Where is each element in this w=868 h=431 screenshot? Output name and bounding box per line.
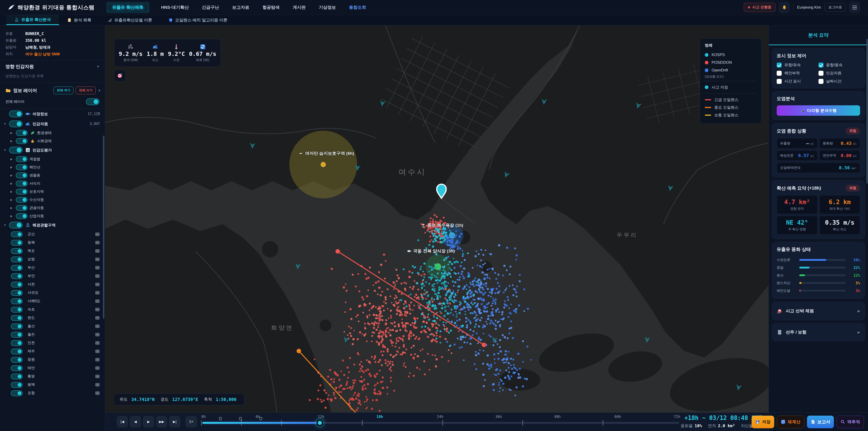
region-toggle-포항[interactable]	[11, 390, 23, 396]
palette-icon[interactable]	[94, 290, 100, 295]
layer-toggle-생물종[interactable]	[16, 173, 28, 178]
skip-start-button[interactable]: |◀	[117, 416, 128, 427]
region-toggle-서해5도[interactable]	[11, 298, 23, 304]
checkbox-checked[interactable]	[818, 63, 824, 68]
polygon-analysis-button[interactable]: 다각형 분석수행	[777, 105, 860, 116]
tab-유출유 확산분석[interactable]: 유출유 확산분석	[6, 15, 59, 25]
palette-icon[interactable]	[94, 282, 100, 287]
region-toggle-제주[interactable]	[11, 348, 23, 355]
display-option-유향/유속[interactable]: 유향/유속	[777, 62, 818, 68]
panel-scrollbar[interactable]	[866, 39, 868, 184]
expander-icon[interactable]: ▶	[10, 166, 16, 169]
nav-item-항공탐색[interactable]: 항공탐색	[261, 2, 281, 13]
layers-all-on-button[interactable]: 전체 켜기	[54, 87, 73, 94]
palette-icon[interactable]	[94, 357, 100, 362]
region-toggle-보령[interactable]	[11, 256, 23, 263]
layer-toggle-서식지[interactable]	[16, 181, 28, 186]
step-back-button[interactable]: ◀	[130, 416, 141, 427]
expander-icon[interactable]: ▶	[10, 131, 16, 134]
palette-icon[interactable]	[94, 299, 100, 304]
region-toggle-부안[interactable]	[11, 273, 23, 279]
layer-toggle-계절별[interactable]	[16, 156, 28, 162]
map-canvas[interactable]: 9.2 m/s풍속 (SW)1.8 m파고9.2°C수온0.67 m/s해류 (…	[105, 25, 769, 412]
checkbox-unchecked[interactable]	[818, 71, 824, 76]
region-toggle-창원[interactable]	[11, 357, 23, 363]
palette-icon[interactable]	[94, 391, 100, 396]
palette-icon[interactable]	[94, 307, 100, 312]
nav-item-긴급구난[interactable]: 긴급구난	[200, 2, 220, 13]
palette-icon[interactable]	[94, 249, 100, 253]
display-option-날짜시간[interactable]: 날짜시간	[818, 79, 860, 84]
region-toggle-사천[interactable]	[11, 282, 23, 287]
layer-toggle-어장정보[interactable]	[9, 111, 23, 117]
speed-button[interactable]: 1×	[186, 416, 197, 427]
layer-toggle-수산자원[interactable]	[16, 197, 28, 203]
palette-icon[interactable]	[94, 382, 100, 387]
palette-icon[interactable]	[94, 341, 100, 345]
palette-icon[interactable]	[94, 324, 100, 329]
region-toggle-부산[interactable]	[11, 265, 23, 271]
expander-icon[interactable]: ▶	[10, 140, 16, 143]
region-toggle-인천[interactable]	[11, 340, 23, 346]
region-toggle-통영[interactable]	[11, 374, 23, 379]
region-toggle-평택[interactable]	[11, 382, 23, 388]
timeline-thumb[interactable]	[316, 420, 323, 426]
layer-toggle-민감자원[interactable]	[9, 120, 23, 127]
region-toggle-속초[interactable]	[11, 307, 23, 313]
region-toggle-태안[interactable]	[11, 365, 23, 371]
vessel-spec-card[interactable]: 사고 선박 제원 ▶	[772, 302, 865, 320]
region-toggle-울산[interactable]	[11, 324, 23, 329]
play-button[interactable]: ▶	[143, 416, 154, 427]
expander-icon[interactable]: ▶	[10, 157, 16, 161]
palette-icon[interactable]	[94, 366, 100, 370]
master-layer-toggle[interactable]	[86, 98, 99, 105]
region-toggle-서귀포[interactable]	[11, 290, 23, 296]
region-toggle-동해[interactable]	[11, 240, 23, 246]
palette-icon[interactable]	[94, 240, 100, 245]
palette-icon[interactable]	[94, 232, 100, 237]
palette-icon[interactable]	[94, 374, 100, 379]
display-option-민감자원[interactable]: 민감자원	[818, 70, 860, 76]
menu-button[interactable]	[849, 2, 860, 13]
palette-icon[interactable]	[94, 332, 100, 337]
expander-icon[interactable]: ▼	[4, 223, 9, 227]
display-option-풍향/풍속[interactable]: 풍향/풍속	[818, 62, 860, 68]
notifications-button[interactable]	[779, 2, 789, 13]
expander-icon[interactable]: ▶	[10, 174, 16, 177]
palette-icon[interactable]	[94, 349, 100, 354]
nav-item-유출유 확산예측[interactable]: 유출유 확산예측	[106, 2, 149, 13]
region-toggle-군산[interactable]	[11, 232, 23, 237]
layer-toggle-해안선[interactable]	[16, 164, 28, 170]
checkbox-unchecked[interactable]	[777, 79, 782, 84]
palette-icon[interactable]	[94, 265, 100, 270]
region-toggle-울진[interactable]	[11, 332, 23, 338]
layers-all-off-button[interactable]: 전체 끄기	[76, 87, 96, 94]
layer-toggle-사회경제[interactable]	[16, 138, 28, 144]
layer-toggle-환경생태[interactable]	[16, 130, 28, 136]
region-toggle-완도[interactable]	[11, 315, 23, 321]
palette-icon[interactable]	[94, 315, 100, 320]
palette-icon[interactable]	[94, 274, 100, 278]
target-tool-button[interactable]	[114, 70, 126, 81]
layer-toggle-보호지역[interactable]	[16, 189, 28, 194]
nav-item-기상정보[interactable]: 기상정보	[317, 2, 337, 13]
display-option-해안부착[interactable]: 해안부착	[777, 70, 818, 76]
expander-icon[interactable]: ▼	[4, 149, 9, 152]
fast-forward-button[interactable]: ▶▶	[156, 416, 167, 427]
sidebar-scrollbar[interactable]	[103, 135, 104, 319]
display-option-시간 표시[interactable]: 시간 표시	[777, 79, 818, 84]
timeline-slider[interactable]: 0h6h12h18h24h36h48h60h72h	[105, 413, 769, 431]
checkbox-unchecked[interactable]	[777, 71, 782, 76]
checkbox-checked[interactable]	[777, 63, 782, 68]
layer-toggle-관광자원[interactable]	[16, 205, 28, 211]
expander-icon[interactable]: ▼	[4, 122, 9, 125]
expander-icon[interactable]: ▶	[10, 190, 16, 193]
palette-icon[interactable]	[94, 257, 100, 262]
nav-item-게시판[interactable]: 게시판	[291, 2, 307, 13]
layer-toggle-산업자원[interactable]	[16, 213, 28, 219]
nav-item-HNS·대기확산[interactable]: HNS·대기확산	[160, 2, 190, 13]
tab-오일펜스 배치 알고리즘 이론[interactable]: 오일펜스 배치 알고리즘 이론	[160, 15, 236, 25]
owner-insurance-card[interactable]: 선주 / 보험 ▶	[772, 323, 865, 341]
expander-icon[interactable]: ▶	[10, 206, 16, 210]
action-button-보고서[interactable]: 보고서	[807, 415, 834, 428]
